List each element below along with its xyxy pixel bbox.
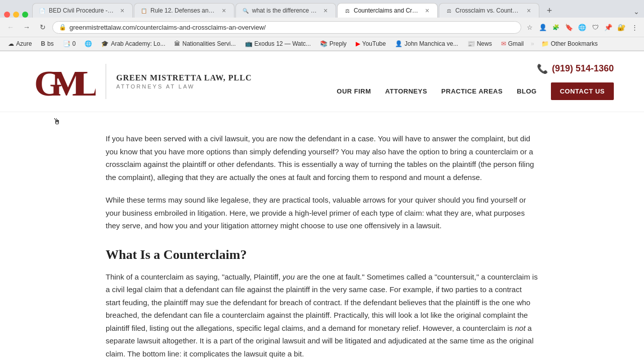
folder-icon: 📁 xyxy=(541,40,549,47)
bookmark-label: Gmail xyxy=(508,40,524,47)
firm-name-area: GREEN MISTRETTA LAW, PLLC ATTORNEYS AT L… xyxy=(116,73,252,89)
bookmark-item[interactable]: ▶ YouTube xyxy=(352,39,390,48)
tab-label: what is the difference betwee... xyxy=(252,7,318,14)
logo-divider xyxy=(106,64,106,99)
paragraph-text-start: Think of a counterclaim as saying, "actu… xyxy=(106,273,283,281)
bookmark-label: Azure xyxy=(16,40,32,47)
extension-icon-4[interactable]: 🛡 xyxy=(590,22,601,33)
bookmark-label: Exodus 12 — Watc... xyxy=(255,40,311,47)
back-button[interactable]: ← xyxy=(4,21,17,34)
bookmark-label: Preply xyxy=(330,40,347,47)
svg-text:L: L xyxy=(74,63,96,100)
bookmark-icon: 👤 xyxy=(395,40,403,47)
bookmark-label: bs xyxy=(47,40,54,47)
nav-attorneys[interactable]: ATTORNEYS xyxy=(385,87,427,95)
bookmark-star-icon[interactable]: ☆ xyxy=(524,22,535,33)
bookmark-icon: B xyxy=(41,40,45,47)
bookmark-icon: ☁ xyxy=(8,40,14,47)
bookmark-icon: 📺 xyxy=(245,40,253,47)
phone-number[interactable]: (919) 514-1360 xyxy=(552,63,614,74)
more-tools-icon[interactable]: ⋮ xyxy=(629,22,640,33)
extension-icon-2[interactable]: 🔖 xyxy=(564,22,575,33)
tab-favicon: 🔍 xyxy=(242,7,249,14)
profile-icon[interactable]: 👤 xyxy=(537,22,548,33)
main-content: If you have been served with a civil law… xyxy=(96,112,548,362)
tab-close-icon[interactable]: × xyxy=(321,7,330,15)
bookmark-icon: 🏛 xyxy=(174,40,180,47)
tab-favicon: ⚖ xyxy=(445,7,452,14)
tab-menu-icon[interactable]: ⌄ xyxy=(633,8,639,16)
tab-close-icon[interactable]: × xyxy=(525,7,533,15)
header-right: 📞 (919) 514-1360 OUR FIRM ATTORNEYS PRAC… xyxy=(337,63,614,100)
gmail-bookmark-icon: ✉ xyxy=(501,40,506,47)
bookmark-label: Other Bookmarks xyxy=(551,40,598,47)
extension-icon-5[interactable]: 📌 xyxy=(603,22,614,33)
browser-tab[interactable]: 📋 Rule 12. Defenses and Objecti... × xyxy=(134,3,234,18)
extension-icon-3[interactable]: 🌐 xyxy=(577,22,588,33)
browser-tab[interactable]: ⚖ Crossclaim vs. Counterclaim: ... × xyxy=(439,3,539,18)
tab-favicon: ⚖ xyxy=(344,7,351,14)
logo-area: G M L GREEN MISTRETTA LAW, PLLC ATTORNEY… xyxy=(30,61,252,102)
bookmark-label: John Manchica ve... xyxy=(405,40,458,47)
intro-paragraph-2: While these terms may sound like legales… xyxy=(106,194,538,232)
phone-icon: 📞 xyxy=(537,63,548,74)
tab-close-icon[interactable]: × xyxy=(423,7,431,15)
phone-area: 📞 (919) 514-1360 xyxy=(537,63,614,74)
extension-icon-6[interactable]: 🔐 xyxy=(616,22,627,33)
close-button[interactable] xyxy=(4,12,10,18)
refresh-button[interactable]: ↻ xyxy=(36,21,49,34)
new-tab-button[interactable]: + xyxy=(542,4,556,18)
lock-icon: 🔒 xyxy=(59,24,66,31)
browser-tab[interactable]: 📄 BED Civil Procedure - Google ... × xyxy=(32,3,133,18)
bookmark-label: Nationalities Servi... xyxy=(182,40,235,47)
logo-text: G M L xyxy=(30,59,96,104)
bookmark-icon: 📑 xyxy=(63,40,70,47)
bookmark-icon: 🎓 xyxy=(101,40,109,47)
tab-favicon: 📋 xyxy=(140,7,147,14)
bookmark-item[interactable]: 📰 News xyxy=(463,39,496,48)
bookmark-item[interactable]: 📺 Exodus 12 — Watc... xyxy=(241,39,315,48)
bookmark-item[interactable]: 🎓 Arab Academy: Lo... xyxy=(97,39,169,48)
section-1-heading: What Is a Counterclaim? xyxy=(106,247,538,262)
firm-subtitle: ATTORNEYS AT LAW xyxy=(116,83,252,89)
bookmark-icon: 📚 xyxy=(320,40,328,47)
nav-our-firm[interactable]: OUR FIRM xyxy=(337,87,371,95)
italic-not: not xyxy=(515,324,525,332)
bookmark-item[interactable]: 🌐 xyxy=(80,39,96,48)
address-bar[interactable]: 🔒 greenmistrettalaw.com/counterclaims-an… xyxy=(52,21,521,34)
tab-label: Crossclaim vs. Counterclaim: ... xyxy=(455,7,522,14)
firm-name: GREEN MISTRETTA LAW, PLLC xyxy=(116,73,252,82)
bookmark-item[interactable]: B bs xyxy=(37,39,57,48)
bookmark-item[interactable]: 🏛 Nationalities Servi... xyxy=(170,39,239,48)
bookmark-icon: 🌐 xyxy=(85,40,92,47)
site-header: G M L GREEN MISTRETTA LAW, PLLC ATTORNEY… xyxy=(0,51,644,112)
browser-tab-active[interactable]: ⚖ Counterclaims and Crossclai... × xyxy=(337,3,438,18)
browser-chrome: 📄 BED Civil Procedure - Google ... × 📋 R… xyxy=(0,0,644,51)
page-content: G M L GREEN MISTRETTA LAW, PLLC ATTORNEY… xyxy=(0,51,644,362)
forward-button[interactable]: → xyxy=(20,21,33,34)
nav-contact-us[interactable]: CONTACT US xyxy=(551,82,614,100)
bookmark-item[interactable]: ✉ Gmail xyxy=(497,39,528,48)
bookmark-item[interactable]: 👤 John Manchica ve... xyxy=(391,39,462,48)
bookmark-label: News xyxy=(477,40,492,47)
browser-nav-bar: ← → ↻ 🔒 greenmistrettalaw.com/countercla… xyxy=(0,18,644,37)
main-nav: OUR FIRM ATTORNEYS PRACTICE AREAS BLOG C… xyxy=(337,82,614,100)
nav-blog[interactable]: BLOG xyxy=(517,87,537,95)
bookmark-item[interactable]: ☁ Azure xyxy=(4,39,36,48)
minimize-button[interactable] xyxy=(13,12,19,18)
browser-tab[interactable]: 🔍 what is the difference betwee... × xyxy=(235,3,336,18)
tab-close-icon[interactable]: × xyxy=(220,7,228,15)
url-text[interactable]: greenmistrettalaw.com/counterclaims-and-… xyxy=(69,24,515,31)
bookmark-label: Arab Academy: Lo... xyxy=(111,40,165,47)
tab-close-icon[interactable]: × xyxy=(118,7,126,15)
bookmark-icon: 📰 xyxy=(467,40,475,47)
nav-practice-areas[interactable]: PRACTICE AREAS xyxy=(441,87,503,95)
tab-label: BED Civil Procedure - Google ... xyxy=(49,7,115,14)
maximize-button[interactable] xyxy=(22,12,28,18)
tab-label: Rule 12. Defenses and Objecti... xyxy=(150,7,217,14)
extension-icon[interactable]: 🧩 xyxy=(550,22,561,33)
bookmark-item[interactable]: 📑 0 xyxy=(59,39,80,48)
bookmark-item[interactable]: 📚 Preply xyxy=(316,39,351,48)
bookmark-label: YouTube xyxy=(362,40,386,47)
other-bookmarks[interactable]: 📁 Other Bookmarks xyxy=(537,39,602,48)
